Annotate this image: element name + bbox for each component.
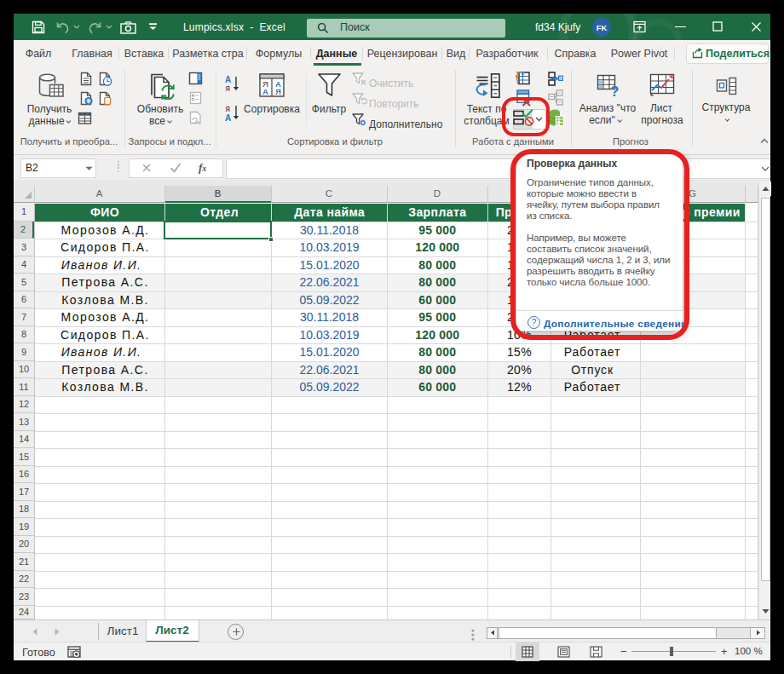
svg-text:?: ? <box>610 84 619 99</box>
svg-text:А: А <box>262 87 268 96</box>
svg-text:я: я <box>226 104 230 113</box>
svg-text:Я: Я <box>275 87 281 96</box>
svg-text:J: J <box>556 119 560 127</box>
svg-text:А: А <box>225 113 231 123</box>
svg-text:я: я <box>226 84 230 93</box>
